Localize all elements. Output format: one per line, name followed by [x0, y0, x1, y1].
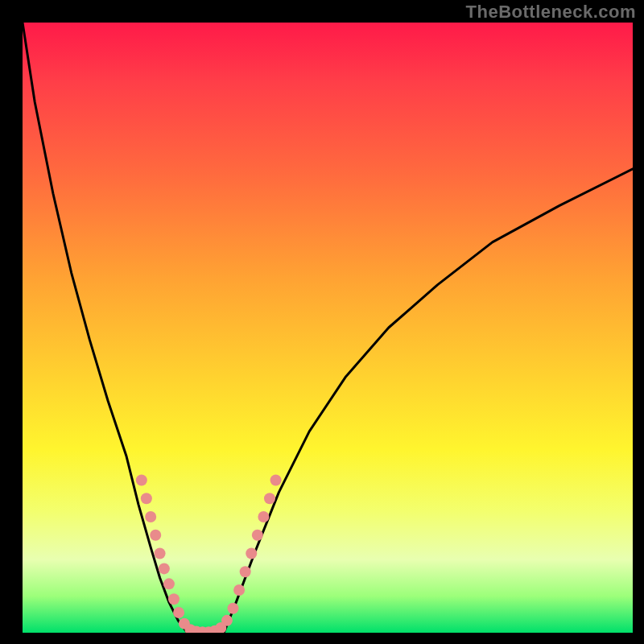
- bottleneck-curve: [23, 23, 633, 633]
- marker-dot: [173, 607, 184, 618]
- marker-dot: [163, 578, 175, 589]
- marker-dots: [136, 475, 282, 634]
- marker-dot: [240, 566, 251, 577]
- outer-frame: TheBottleneck.com: [0, 0, 644, 644]
- marker-dot: [246, 547, 257, 559]
- marker-dot: [141, 493, 152, 504]
- chart-overlay: [23, 23, 633, 633]
- marker-dot: [264, 493, 275, 504]
- marker-dot: [136, 475, 147, 486]
- watermark-text: TheBottleneck.com: [466, 2, 636, 23]
- marker-dot: [150, 530, 161, 541]
- marker-dot: [145, 511, 156, 522]
- marker-dot: [252, 530, 263, 541]
- marker-dot: [221, 615, 233, 626]
- marker-dot: [270, 475, 282, 486]
- marker-dot: [233, 584, 245, 596]
- marker-dot: [168, 593, 180, 605]
- marker-dot: [155, 547, 166, 559]
- marker-dot: [258, 511, 269, 522]
- curve-path: [23, 23, 633, 633]
- marker-dot: [159, 563, 170, 574]
- marker-dot: [228, 603, 239, 614]
